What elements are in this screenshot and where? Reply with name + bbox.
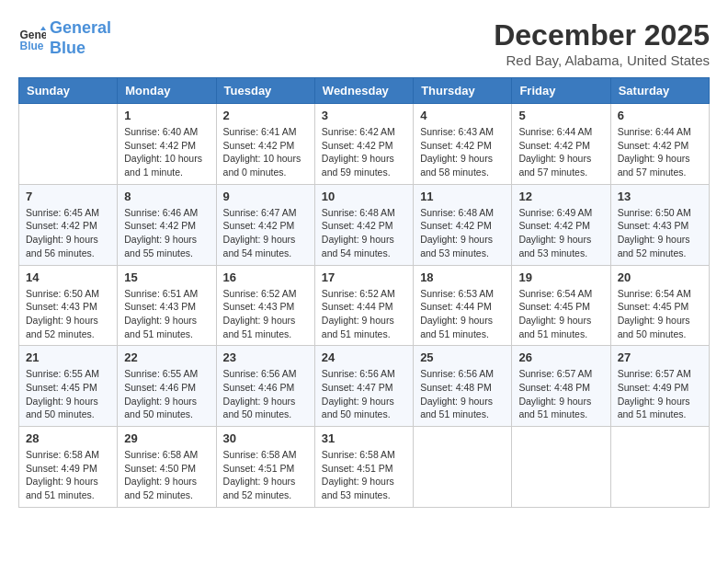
calendar-cell: 27Sunrise: 6:57 AMSunset: 4:49 PMDayligh… (610, 346, 709, 427)
calendar-cell: 23Sunrise: 6:56 AMSunset: 4:46 PMDayligh… (216, 346, 314, 427)
day-number: 14 (26, 270, 110, 284)
calendar-cell: 18Sunrise: 6:53 AMSunset: 4:44 PMDayligh… (414, 265, 512, 346)
day-info: Sunrise: 6:53 AMSunset: 4:44 PMDaylight:… (420, 287, 505, 341)
day-info: Sunrise: 6:52 AMSunset: 4:43 PMDaylight:… (223, 287, 308, 341)
title-section: December 2025 Red Bay, Alabama, United S… (494, 18, 710, 68)
week-row-1: 7Sunrise: 6:45 AMSunset: 4:42 PMDaylight… (19, 184, 710, 265)
calendar-cell: 8Sunrise: 6:46 AMSunset: 4:42 PMDaylight… (118, 184, 216, 265)
day-number: 18 (420, 270, 505, 284)
calendar-cell: 19Sunrise: 6:54 AMSunset: 4:45 PMDayligh… (512, 265, 610, 346)
calendar-cell: 14Sunrise: 6:50 AMSunset: 4:43 PMDayligh… (19, 265, 118, 346)
day-info: Sunrise: 6:48 AMSunset: 4:42 PMDaylight:… (322, 206, 406, 260)
day-info: Sunrise: 6:54 AMSunset: 4:45 PMDaylight:… (618, 287, 702, 341)
day-number: 2 (223, 109, 308, 122)
logo: General Blue General Blue (18, 18, 111, 58)
day-info: Sunrise: 6:57 AMSunset: 4:48 PMDaylight:… (518, 367, 603, 421)
day-info: Sunrise: 6:44 AMSunset: 4:42 PMDaylight:… (618, 125, 702, 179)
calendar-cell: 31Sunrise: 6:58 AMSunset: 4:51 PMDayligh… (314, 427, 413, 508)
day-number: 26 (518, 350, 603, 364)
calendar-cell: 24Sunrise: 6:56 AMSunset: 4:47 PMDayligh… (314, 346, 413, 427)
day-number: 16 (223, 270, 308, 284)
day-number: 25 (420, 350, 505, 364)
calendar-cell: 29Sunrise: 6:58 AMSunset: 4:50 PMDayligh… (118, 427, 216, 508)
day-info: Sunrise: 6:43 AMSunset: 4:42 PMDaylight:… (420, 125, 505, 179)
calendar-cell: 4Sunrise: 6:43 AMSunset: 4:42 PMDaylight… (414, 104, 512, 185)
week-row-2: 14Sunrise: 6:50 AMSunset: 4:43 PMDayligh… (19, 265, 710, 346)
calendar-cell: 12Sunrise: 6:49 AMSunset: 4:42 PMDayligh… (512, 184, 610, 265)
weekday-header-friday: Friday (512, 78, 610, 104)
week-row-0: 1Sunrise: 6:40 AMSunset: 4:42 PMDaylight… (19, 104, 710, 185)
day-number: 6 (618, 109, 702, 122)
day-info: Sunrise: 6:56 AMSunset: 4:48 PMDaylight:… (420, 367, 505, 421)
day-info: Sunrise: 6:58 AMSunset: 4:51 PMDaylight:… (223, 448, 308, 502)
day-info: Sunrise: 6:54 AMSunset: 4:45 PMDaylight:… (518, 287, 603, 341)
day-info: Sunrise: 6:42 AMSunset: 4:42 PMDaylight:… (322, 125, 406, 179)
weekday-header-saturday: Saturday (610, 78, 709, 104)
day-number: 5 (518, 109, 603, 122)
svg-text:Blue: Blue (20, 40, 44, 52)
calendar-cell: 5Sunrise: 6:44 AMSunset: 4:42 PMDaylight… (512, 104, 610, 185)
calendar-cell: 21Sunrise: 6:55 AMSunset: 4:45 PMDayligh… (19, 346, 118, 427)
day-number: 7 (26, 190, 110, 203)
calendar-cell: 11Sunrise: 6:48 AMSunset: 4:42 PMDayligh… (414, 184, 512, 265)
day-info: Sunrise: 6:50 AMSunset: 4:43 PMDaylight:… (26, 287, 110, 341)
weekday-header-row: SundayMondayTuesdayWednesdayThursdayFrid… (19, 78, 710, 104)
calendar-cell: 30Sunrise: 6:58 AMSunset: 4:51 PMDayligh… (216, 427, 314, 508)
day-number: 15 (124, 270, 209, 284)
day-number: 30 (223, 431, 308, 445)
day-info: Sunrise: 6:50 AMSunset: 4:43 PMDaylight:… (618, 206, 702, 260)
day-number: 31 (322, 431, 406, 445)
calendar-cell: 20Sunrise: 6:54 AMSunset: 4:45 PMDayligh… (610, 265, 709, 346)
calendar-cell: 15Sunrise: 6:51 AMSunset: 4:43 PMDayligh… (118, 265, 216, 346)
logo-text: General Blue (50, 18, 111, 58)
calendar-cell: 28Sunrise: 6:58 AMSunset: 4:49 PMDayligh… (19, 427, 118, 508)
day-info: Sunrise: 6:57 AMSunset: 4:49 PMDaylight:… (618, 367, 702, 421)
calendar-cell: 17Sunrise: 6:52 AMSunset: 4:44 PMDayligh… (314, 265, 413, 346)
day-number: 10 (322, 190, 406, 203)
calendar-table: SundayMondayTuesdayWednesdayThursdayFrid… (18, 77, 710, 508)
calendar-cell (414, 427, 512, 508)
day-number: 22 (124, 350, 209, 364)
calendar-cell (610, 427, 709, 508)
day-number: 8 (124, 190, 209, 203)
calendar-cell: 26Sunrise: 6:57 AMSunset: 4:48 PMDayligh… (512, 346, 610, 427)
calendar-cell: 16Sunrise: 6:52 AMSunset: 4:43 PMDayligh… (216, 265, 314, 346)
weekday-header-tuesday: Tuesday (216, 78, 314, 104)
weekday-header-thursday: Thursday (414, 78, 512, 104)
day-number: 3 (322, 109, 406, 122)
day-info: Sunrise: 6:40 AMSunset: 4:42 PMDaylight:… (124, 125, 209, 179)
calendar-cell: 2Sunrise: 6:41 AMSunset: 4:42 PMDaylight… (216, 104, 314, 185)
day-info: Sunrise: 6:58 AMSunset: 4:49 PMDaylight:… (26, 448, 110, 502)
calendar-cell (512, 427, 610, 508)
day-number: 29 (124, 431, 209, 445)
calendar-cell: 9Sunrise: 6:47 AMSunset: 4:42 PMDaylight… (216, 184, 314, 265)
day-number: 4 (420, 109, 505, 122)
day-info: Sunrise: 6:55 AMSunset: 4:46 PMDaylight:… (124, 367, 209, 421)
day-info: Sunrise: 6:56 AMSunset: 4:46 PMDaylight:… (223, 367, 308, 421)
logo-icon: General Blue (18, 25, 46, 52)
day-number: 28 (26, 431, 110, 445)
day-number: 13 (618, 190, 702, 203)
weekday-header-wednesday: Wednesday (314, 78, 413, 104)
calendar-cell: 10Sunrise: 6:48 AMSunset: 4:42 PMDayligh… (314, 184, 413, 265)
calendar-cell: 22Sunrise: 6:55 AMSunset: 4:46 PMDayligh… (118, 346, 216, 427)
day-info: Sunrise: 6:46 AMSunset: 4:42 PMDaylight:… (124, 206, 209, 260)
day-number: 20 (618, 270, 702, 284)
month-title: December 2025 (494, 18, 710, 52)
day-number: 27 (618, 350, 702, 364)
calendar-cell: 25Sunrise: 6:56 AMSunset: 4:48 PMDayligh… (414, 346, 512, 427)
day-info: Sunrise: 6:49 AMSunset: 4:42 PMDaylight:… (518, 206, 603, 260)
calendar-cell: 7Sunrise: 6:45 AMSunset: 4:42 PMDaylight… (19, 184, 118, 265)
calendar-cell (19, 104, 118, 185)
day-number: 21 (26, 350, 110, 364)
day-info: Sunrise: 6:55 AMSunset: 4:45 PMDaylight:… (26, 367, 110, 421)
day-info: Sunrise: 6:51 AMSunset: 4:43 PMDaylight:… (124, 287, 209, 341)
day-info: Sunrise: 6:48 AMSunset: 4:42 PMDaylight:… (420, 206, 505, 260)
day-number: 24 (322, 350, 406, 364)
day-info: Sunrise: 6:41 AMSunset: 4:42 PMDaylight:… (223, 125, 308, 179)
calendar-cell: 13Sunrise: 6:50 AMSunset: 4:43 PMDayligh… (610, 184, 709, 265)
day-info: Sunrise: 6:52 AMSunset: 4:44 PMDaylight:… (322, 287, 406, 341)
week-row-4: 28Sunrise: 6:58 AMSunset: 4:49 PMDayligh… (19, 427, 710, 508)
day-number: 17 (322, 270, 406, 284)
weekday-header-monday: Monday (118, 78, 216, 104)
